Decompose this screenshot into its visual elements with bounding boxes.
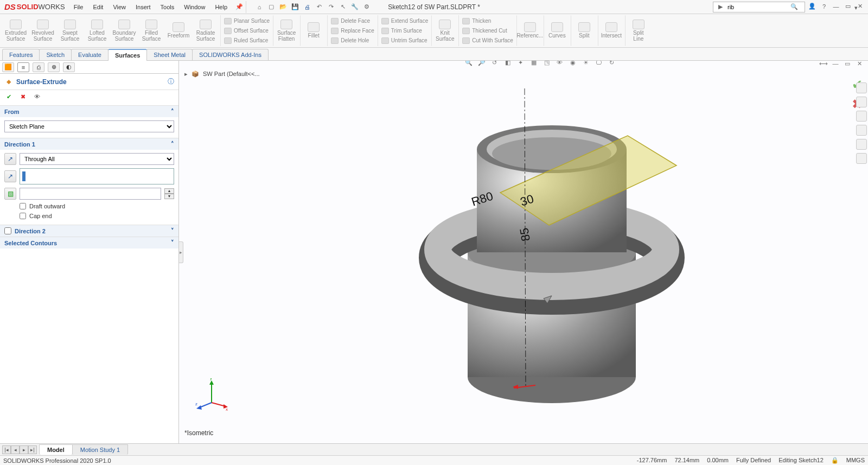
ribbon-referenc-[interactable]: Referenc... (516, 15, 544, 46)
configuration-manager-tab[interactable]: ⎙ (33, 62, 44, 72)
menu-help[interactable]: Help (210, 2, 232, 12)
direction-vector-button[interactable]: ↗ (4, 170, 16, 182)
tab-first-button[interactable]: |◂ (2, 445, 11, 454)
redo-icon[interactable]: ↷ (327, 3, 335, 11)
ribbon-ruled-surface[interactable]: Ruled Surface (224, 36, 270, 46)
ribbon-revolved-surface[interactable]: RevolvedSurface (29, 15, 56, 46)
rebuild-icon[interactable]: 🔧 (350, 3, 359, 11)
home-icon[interactable]: ⌂ (255, 3, 264, 11)
ribbon-knit-surface[interactable]: KnitSurface (431, 15, 458, 46)
select-icon[interactable]: ↖ (339, 3, 347, 11)
ribbon-freeform[interactable]: Freeform (165, 15, 192, 46)
ribbon-split[interactable]: Split (571, 15, 598, 46)
command-search[interactable]: ▶ 🔍 (713, 2, 805, 12)
direction2-enable-checkbox[interactable] (4, 227, 11, 234)
feature-manager-tab[interactable]: 🟧 (2, 62, 14, 72)
vp-minimize-icon[interactable]: — (831, 61, 840, 68)
pm-preview-button[interactable]: 👁 (33, 92, 41, 101)
tab-next-button[interactable]: ▸ (20, 445, 28, 454)
command-search-input[interactable] (727, 4, 787, 10)
save-icon[interactable]: 💾 (291, 3, 299, 11)
ribbon-intersect[interactable]: Intersect (598, 15, 625, 46)
tab-last-button[interactable]: ▸| (28, 445, 37, 454)
ribbon-untrim-surface[interactable]: Untrim Surface (381, 36, 428, 46)
pm-direction2-header[interactable]: Direction 2 ˅ (0, 225, 178, 237)
undo-icon[interactable]: ↶ (315, 3, 323, 11)
pin-icon[interactable]: 📌 (235, 3, 244, 11)
property-manager-tab[interactable]: ≡ (17, 62, 29, 72)
draft-spinner[interactable]: ▴▾ (164, 188, 174, 199)
taskpane-view-palette-icon[interactable] (856, 125, 867, 136)
taskpane-design-library-icon[interactable] (856, 97, 867, 107)
expand-flyout-icon[interactable]: ⟷ (819, 61, 828, 68)
panel-collapse-handle[interactable]: ▸ (179, 241, 183, 263)
open-icon[interactable]: 📂 (279, 3, 288, 11)
vp-maximize-icon[interactable]: ▭ (843, 61, 852, 68)
taskpane-home-icon[interactable] (856, 82, 867, 93)
dimxpert-manager-tab[interactable]: ⊕ (48, 62, 60, 72)
pm-accept-button[interactable]: ✔ (4, 92, 13, 101)
display-manager-tab[interactable]: ◐ (63, 62, 75, 72)
ribbon-extend-surface[interactable]: Extend Surface (381, 16, 428, 26)
task-tab-solidworks-add-ins[interactable]: SOLIDWORKS Add-Ins (192, 49, 269, 60)
new-icon[interactable]: ▢ (267, 3, 276, 11)
pm-from-header[interactable]: From ˄ (0, 106, 178, 117)
ribbon-delete-face[interactable]: Delete Face (331, 16, 374, 26)
user-icon[interactable]: 👤 (807, 2, 817, 11)
ribbon-trim-surface[interactable]: Trim Surface (381, 26, 428, 36)
ribbon-lofted-surface[interactable]: LoftedSurface (84, 15, 111, 46)
ribbon-planar-surface[interactable]: Planar Surface (224, 16, 270, 26)
pm-cancel-button[interactable]: ✖ (18, 92, 27, 101)
status-units[interactable]: MMGS (846, 457, 865, 464)
search-magnifier-icon[interactable]: 🔍 (789, 2, 799, 12)
draft-angle-input[interactable] (20, 188, 161, 200)
pm-from-combo[interactable]: Sketch Plane (4, 120, 174, 132)
ribbon-overflow[interactable]: ▾ (846, 1, 866, 14)
ribbon-fillet[interactable]: Fillet (300, 15, 327, 46)
help-icon[interactable]: ? (819, 2, 829, 11)
task-tab-surfaces[interactable]: Surfaces (108, 49, 147, 61)
status-lock-icon[interactable]: 🔒 (831, 457, 839, 464)
ribbon-extruded-surface[interactable]: ExtrudedSurface (2, 15, 29, 46)
cap-end-checkbox[interactable]: Cap end (20, 213, 174, 219)
doc-tab-motion-study-1[interactable]: Motion Study 1 (72, 444, 128, 455)
menu-insert[interactable]: Insert (131, 2, 155, 12)
ribbon-radiate-surface[interactable]: RadiateSurface (192, 15, 219, 46)
ribbon-delete-hole[interactable]: Delete Hole (331, 36, 374, 46)
taskpane-custom-props-icon[interactable] (856, 153, 867, 164)
menu-file[interactable]: File (69, 2, 88, 12)
vp-close-icon[interactable]: ✕ (855, 61, 864, 68)
flyout-expand-icon[interactable]: ▸ (184, 71, 188, 78)
options-icon[interactable]: ⚙ (362, 3, 371, 11)
graphics-viewport[interactable]: 🔍 🔎 ↺ ◧ ✦ ▦ ◳ 👁 ◉ ☀ 🖵 ↻ ⟷ — ▭ ✕ ▸ 📦 SW P… (179, 61, 868, 443)
feature-tree-flyout[interactable]: ▸ 📦 SW Part (Default<<... (184, 69, 260, 78)
ribbon-offset-surface[interactable]: Offset Surface (224, 26, 270, 36)
menu-view[interactable]: View (108, 2, 130, 12)
ribbon-thicken[interactable]: Thicken (462, 16, 513, 26)
menu-edit[interactable]: Edit (88, 2, 107, 12)
minimize-icon[interactable]: — (831, 2, 841, 11)
pm-end-condition-combo[interactable]: Through All (20, 153, 174, 165)
ribbon-thickened-cut[interactable]: Thickened Cut (462, 26, 513, 36)
menu-window[interactable]: Window (180, 2, 209, 12)
reverse-direction-button[interactable]: ↗ (4, 153, 16, 165)
pm-help-icon[interactable]: ⓘ (168, 77, 174, 86)
ribbon-filled-surface[interactable]: FilledSurface (138, 15, 165, 46)
task-tab-evaluate[interactable]: Evaluate (71, 49, 108, 60)
ribbon-replace-face[interactable]: Replace Face (331, 26, 374, 36)
pm-direction1-header[interactable]: Direction 1 ˄ (0, 138, 178, 150)
taskpane-file-explorer-icon[interactable] (856, 111, 867, 122)
menu-tools[interactable]: Tools (156, 2, 179, 12)
task-tab-features[interactable]: Features (2, 49, 40, 60)
taskpane-appearances-icon[interactable] (856, 139, 867, 150)
ribbon-boundary-surface[interactable]: BoundarySurface (111, 15, 138, 46)
ribbon-cut-with-surface[interactable]: Cut With Surface (462, 36, 513, 46)
doc-tab-model[interactable]: Model (39, 444, 73, 455)
pm-selected-contours-header[interactable]: Selected Contours ˅ (0, 237, 178, 249)
orientation-triad[interactable]: y x z (195, 378, 228, 411)
ribbon-surface-flatten[interactable]: SurfaceFlatten (273, 15, 300, 46)
draft-outward-checkbox[interactable]: Draft outward (20, 203, 174, 209)
ribbon-split-line[interactable]: SplitLine (625, 15, 652, 46)
task-tab-sheet-metal[interactable]: Sheet Metal (146, 49, 193, 60)
tab-prev-button[interactable]: ◂ (11, 445, 20, 454)
